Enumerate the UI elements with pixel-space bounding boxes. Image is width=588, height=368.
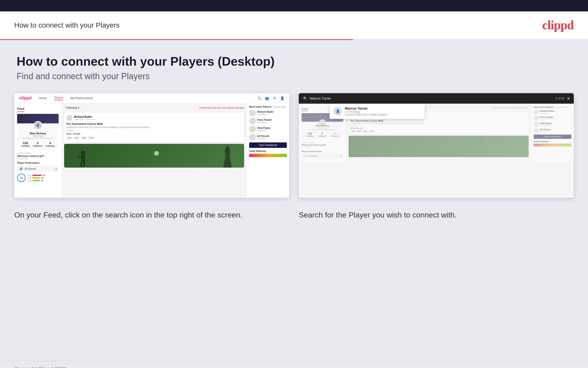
team-dashboard-button[interactable]: Team Dashboard — [249, 142, 287, 148]
active-player-0: Richard Butler Activities: 7 — [249, 110, 287, 116]
tag-putt: PUTT — [88, 137, 96, 139]
golf-ball — [154, 151, 159, 156]
activity-tags: OTT APP ARG PUTT — [67, 137, 242, 139]
activities-count: 129 — [21, 141, 30, 145]
result-handicap: 1-5 Handicap — [345, 110, 387, 113]
search-clear-button[interactable]: CLEAR — [555, 97, 564, 100]
latest-activity-date: 27 Jul 2022 — [17, 157, 59, 160]
quality-circle: 84 — [17, 174, 26, 182]
middle-panel-1: Following ▾ Control who can see your act… — [62, 103, 246, 198]
svg-point-0 — [81, 150, 86, 156]
profile-card: 👤 Blair McHarg Golf Coach Mill Ride Golf… — [17, 114, 59, 149]
result-name: Marcus Turner — [345, 107, 387, 110]
activity-title: Pre Tournament Course Walk — [67, 122, 242, 125]
nav-home[interactable]: Home — [39, 96, 47, 100]
app-row: APP 70 — [27, 177, 45, 179]
control-link[interactable]: Control who can see your activity and da… — [200, 107, 244, 109]
page-title: How to connect with your Players — [14, 21, 120, 29]
svg-rect-4 — [83, 162, 85, 167]
active-player-name-1: Piers Parnell — [257, 119, 272, 121]
player-selector[interactable]: 👤 Eli Vincent ▾ — [17, 166, 59, 172]
search-input-display[interactable]: Marcus Turner — [310, 97, 553, 100]
settings-icon[interactable]: ⚙ — [272, 96, 277, 101]
activity-desc: Walking the course with my coach to buil… — [67, 126, 242, 128]
copyright-text: Copyright Clippd 2022 — [14, 366, 574, 368]
active-player-count-0: Activities: 7 — [257, 113, 273, 116]
following-label: Following — [46, 145, 55, 147]
left-panel-1: Feed 👤 Blair McHarg Golf Coach Mill Ride… — [14, 103, 62, 198]
player-avatar: 👤 — [19, 167, 23, 171]
header: How to connect with your Players clippd — [0, 11, 588, 39]
quality-section: 84 OTT 79 APP — [17, 173, 59, 182]
screenshot-1: clippd Home Teams My Performance 🔍 👥 ⚙ 👤 — [14, 93, 289, 198]
app-bar — [32, 177, 41, 179]
golfer-silhouette — [220, 146, 235, 168]
active-player-2: Hiral Pujara Activities: 3 — [249, 126, 287, 132]
app-logo-1: clippd — [19, 96, 32, 101]
hero-section: How to connect with your Players (Deskto… — [14, 54, 574, 81]
selected-player-name: Eli Vincent — [25, 168, 36, 170]
profile-role: Golf Coach — [19, 135, 56, 137]
active-player-avatar-1 — [249, 118, 256, 124]
tag-ott: OTT — [67, 137, 73, 139]
result-info: Marcus Turner 1-5 Handicap Cypress Point… — [345, 107, 387, 116]
latest-activity-label: Latest Activity — [17, 152, 59, 154]
footer: Copyright Clippd 2022 — [0, 361, 588, 368]
active-player-3: Eli Vincent Activities: 1 — [249, 134, 287, 140]
activity-card: Richard Butler Yesterday · The Grove Pre… — [64, 112, 244, 142]
result-avatar: 👤 — [333, 107, 342, 116]
activity-user-info: Richard Butler Yesterday · The Grove — [74, 115, 96, 120]
nav-my-performance[interactable]: My Performance — [70, 96, 93, 100]
app-body-1: Feed 👤 Blair McHarg Golf Coach Mill Ride… — [14, 103, 289, 198]
stat-following: 4 Following — [46, 141, 55, 147]
heatmap-bar: -5 +5 — [249, 154, 287, 157]
app-nav-1: clippd Home Teams My Performance 🔍 👥 ⚙ 👤 — [14, 93, 289, 103]
profile-avatar: 👤 — [34, 121, 42, 129]
profile-icon[interactable]: 👤 — [280, 96, 284, 101]
svg-rect-1 — [81, 156, 85, 163]
following-dropdown[interactable]: Following ▾ — [64, 106, 81, 110]
activity-user-meta: Yesterday · The Grove — [74, 118, 96, 120]
latest-activity-title: Afternoon round of golf — [17, 155, 59, 157]
active-player-avatar-0 — [249, 110, 256, 116]
hero-title: How to connect with your Players (Deskto… — [17, 54, 571, 68]
profile-stats: 129 Activities 3 Followers 4 Following — [19, 141, 56, 147]
stat-activities: 129 Activities — [21, 141, 30, 147]
activity-duration-label: Duration — [67, 129, 242, 132]
search-icon[interactable]: 🔍 — [257, 96, 262, 101]
people-icon[interactable]: 👥 — [264, 96, 269, 101]
activity-user: Richard Butler Yesterday · The Grove — [67, 115, 242, 121]
ott-row: OTT 79 — [27, 174, 45, 176]
nav-icons: 🔍 👥 ⚙ 👤 — [257, 96, 284, 101]
screenshot-2: 🔍 Marcus Turner CLEAR ✕ 👤 Marcus Turner … — [299, 93, 574, 198]
tag-arg: ARG — [81, 137, 87, 139]
feed-tab[interactable]: Feed — [17, 106, 24, 112]
search-close-button[interactable]: ✕ — [567, 96, 570, 101]
caption-text-1: On your Feed, click on the search icon i… — [14, 210, 289, 220]
profile-club: Mill Ride Golf Club, United Kingdom — [19, 137, 56, 139]
stat-followers: 3 Followers — [33, 141, 42, 147]
main-content: How to connect with your Players (Deskto… — [0, 40, 588, 361]
quality-bars: OTT 79 APP 70 — [27, 174, 45, 182]
quality-display: 84 OTT 79 APP — [17, 173, 59, 182]
active-player-count-2: Activities: 3 — [257, 129, 271, 132]
arg-row: ARG 64 — [27, 179, 45, 182]
active-player-name-2: Hiral Pujara — [257, 127, 271, 129]
svg-rect-3 — [80, 162, 82, 167]
dropdown-chevron: ▾ — [56, 168, 57, 170]
nav-teams[interactable]: Teams — [54, 96, 63, 100]
team-heatmap-title: Team Heatmap — [249, 150, 287, 152]
latest-activity-section: Latest Activity Afternoon round of golf … — [17, 152, 59, 160]
search-overlay: 🔍 Marcus Turner CLEAR ✕ — [299, 93, 574, 104]
logo: clippd — [542, 18, 574, 32]
player-performance-title: Player Performance — [17, 162, 59, 164]
ott-bar — [32, 175, 42, 176]
search-icon-2: 🔍 — [303, 96, 307, 101]
following-count: 4 — [46, 141, 55, 145]
search-dropdown: 👤 Marcus Turner 1-5 Handicap Cypress Poi… — [330, 104, 425, 119]
svg-rect-2 — [77, 156, 82, 158]
search-result-item[interactable]: 👤 Marcus Turner 1-5 Handicap Cypress Poi… — [333, 107, 421, 116]
activity-user-avatar — [67, 115, 73, 121]
active-player-count-3: Activities: 1 — [257, 138, 269, 140]
player-performance-section: Player Performance 👤 Eli Vincent ▾ 84 — [17, 162, 59, 182]
